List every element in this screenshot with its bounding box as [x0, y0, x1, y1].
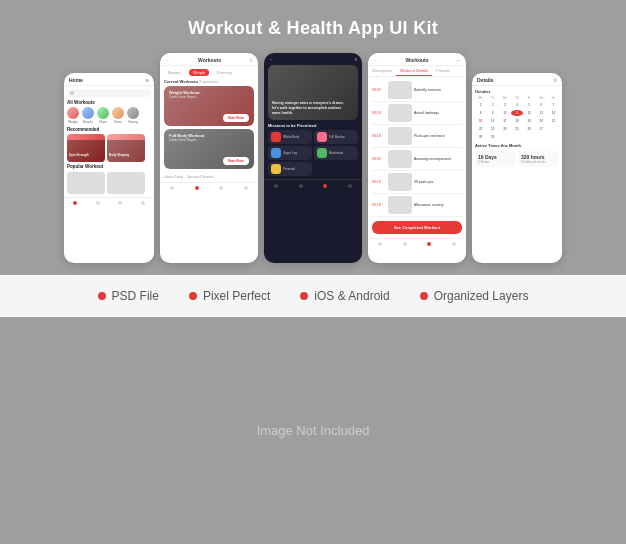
day-3: 3 [499, 102, 510, 108]
nav-dot-4 [141, 201, 145, 205]
workout-card-1-sub: Cardio Lenie Report... [169, 95, 249, 99]
mission-full-routine[interactable]: Full Routine [314, 130, 358, 144]
nav-dot-w2 [195, 186, 199, 190]
cal-day-headers: Mo Tu We Th Fr Sa Su [475, 96, 559, 100]
mission-upper-leg[interactable]: Upper Leg [268, 146, 312, 160]
tab-workout-details[interactable]: Workout Details [396, 66, 432, 76]
popular-card-2[interactable] [107, 172, 145, 194]
nav-dot-d4 [348, 184, 352, 188]
phone-calendar-title: Details [477, 77, 493, 83]
search-bar[interactable] [67, 89, 151, 97]
exercise-item-1[interactable]: 00:20 Butterfly exercise [372, 79, 462, 102]
mission-whole-body[interactable]: Whole Body [268, 130, 312, 144]
tab-evening[interactable]: Evening [213, 69, 235, 76]
feature-pixel-label: Pixel Perfect [203, 289, 270, 303]
day-14: 14 [548, 110, 559, 116]
page-title: Workout & Health App UI Kit [188, 18, 438, 39]
exercise-item-4[interactable]: 00:00 Amazing consequences [372, 148, 462, 171]
cat-weight-label: Weight [68, 120, 77, 124]
stat-days-label: 2 Weeks [478, 160, 513, 164]
exercise-name-1: Butterfly exercise [414, 88, 441, 92]
exercise-item-3[interactable]: 00:18 Push-ups one hand [372, 125, 462, 148]
cat-boxing[interactable]: Boxing [127, 107, 139, 124]
tab-description[interactable]: Description [368, 66, 396, 76]
phone-workouts-header: ← Workouts ⇪ [160, 53, 258, 66]
phone-calendar: Details ⚙ October Mo Tu We Th Fr Sa Su 1 [472, 73, 562, 263]
bottom-notice: Image Not Included [257, 423, 370, 438]
rec-card-2-text: Body Shaping [109, 153, 129, 157]
feature-layers: Organized Layers [420, 289, 529, 303]
feature-ios-dot [300, 292, 308, 300]
cal-week-5: 29 30 [475, 134, 559, 140]
cal-month: October [475, 89, 490, 94]
feature-pixel-dot [189, 292, 197, 300]
phone-details-header: ← Workouts ⋯ [368, 53, 466, 66]
popular-label: Popular Workout [67, 164, 151, 169]
rec-card-1-overlay: Gym Strength [67, 140, 105, 162]
day-sa: Sa [536, 96, 547, 100]
feature-ios: iOS & Android [300, 289, 389, 303]
mission-abdominal[interactable]: Abdominal [314, 146, 358, 160]
share-icon: ⇪ [249, 57, 253, 63]
exercise-item-6[interactable]: 00:18 Microwave running [372, 194, 462, 217]
cat-swim[interactable]: Swim [112, 107, 124, 124]
nav-dot-1 [73, 201, 77, 205]
missions-section: Missions to be Prioritized Whole Body Fu… [264, 120, 362, 179]
active-times-label: Active Times this Month [475, 143, 559, 148]
cat-swim-icon [112, 107, 124, 119]
exercise-time-2: 00:18 [372, 111, 386, 115]
cat-bicycle[interactable]: Bicycle [82, 107, 94, 124]
cat-rope[interactable]: Rope [97, 107, 109, 124]
mission-icon-2 [317, 132, 327, 142]
mission-label-3: Upper Leg [283, 151, 297, 155]
mission-label-5: Personal [283, 167, 295, 171]
nav-dot-d2 [299, 184, 303, 188]
workout-card-1[interactable]: Weight Workout Cardio Lenie Report... St… [164, 86, 254, 126]
tab-banner[interactable]: Banner [164, 69, 185, 76]
tab-weight[interactable]: Weight [189, 69, 209, 76]
day-20: 20 [536, 118, 547, 124]
nav-dot-det3 [427, 242, 431, 246]
stats-grid: 16 Days 2 Weeks 320 hours 22 different m… [475, 151, 559, 167]
phone-home-content: All Workouts Weight Bicycle Rope [64, 86, 154, 197]
mission-label-2: Full Routine [329, 135, 345, 139]
tab-friends[interactable]: Friends [432, 66, 453, 76]
day-8: 8 [475, 110, 486, 116]
day-26: 26 [524, 126, 535, 132]
cal-week-3: 15 16 17 18 19 20 21 [475, 118, 559, 124]
day-4: 4 [511, 102, 522, 108]
mission-personal[interactable]: Personal [268, 162, 312, 176]
phone-home-icon: ⊕ [145, 77, 149, 83]
start-btn-1[interactable]: Start Now [223, 114, 249, 122]
rec-card-2[interactable]: Body Shaping [107, 134, 145, 162]
start-btn-2[interactable]: Start Now [223, 157, 249, 165]
stat-hours: 320 hours 22 different moves [518, 151, 559, 167]
day-16: 16 [487, 118, 498, 124]
exercise-item-2[interactable]: 00:18 Actual hashtags [372, 102, 462, 125]
libero-label: Libero Temp [164, 175, 183, 179]
popular-card-1[interactable] [67, 172, 105, 194]
exercise-name-4: Amazing consequences [414, 157, 451, 161]
exercise-time-4: 00:00 [372, 157, 386, 161]
exercise-thumb-2 [388, 104, 412, 122]
cat-boxing-icon [127, 107, 139, 119]
day-24: 24 [499, 126, 510, 132]
calendar-settings-icon: ⚙ [553, 77, 557, 83]
cal-week-2: 8 9 10 11 12 13 14 [475, 110, 559, 116]
mission-icon-3 [271, 148, 281, 158]
phone-workouts-title: Workouts [198, 57, 221, 63]
workout-card-2[interactable]: Full Body Workout Cardio Lenie Report...… [164, 129, 254, 169]
day-22: 22 [475, 126, 486, 132]
exercise-item-5[interactable]: 00:18 30 push-ups [372, 171, 462, 194]
cta-button[interactable]: See Completed Workout [372, 221, 462, 234]
day-15: 15 [475, 118, 486, 124]
workout-list: 00:20 Butterfly exercise 00:18 Actual ha… [368, 79, 466, 217]
dark-share-icon: ⇪ [354, 57, 357, 62]
rec-card-1[interactable]: Gym Strength [67, 134, 105, 162]
cat-weight[interactable]: Weight [67, 107, 79, 124]
features-bar: PSD File Pixel Perfect iOS & Android Org… [0, 275, 626, 317]
cat-bicycle-icon [82, 107, 94, 119]
rec-card-2-overlay: Body Shaping [107, 140, 145, 162]
rec-card-1-text: Gym Strength [69, 153, 89, 157]
day-21: 21 [548, 118, 559, 124]
